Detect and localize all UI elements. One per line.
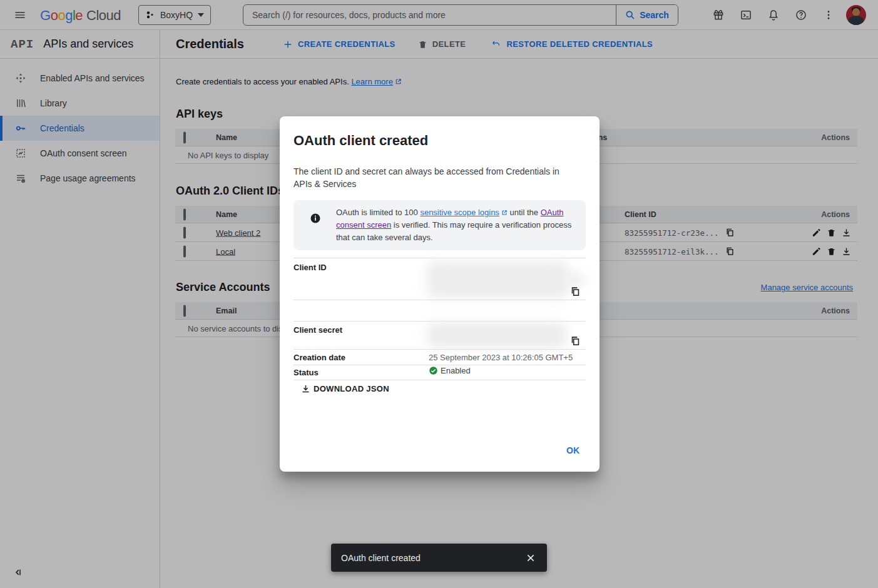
external-link-icon — [501, 210, 508, 216]
copy-client-id-icon[interactable] — [570, 286, 581, 297]
download-json-button[interactable]: DOWNLOAD JSON — [301, 384, 389, 393]
oauth-client-created-dialog: OAuth client created The client ID and s… — [280, 116, 600, 472]
ok-button[interactable]: OK — [561, 442, 584, 459]
creation-date-label: Creation date — [294, 353, 345, 362]
check-circle-icon — [429, 366, 438, 375]
creation-date-value: 25 September 2023 at 10:26:05 GMT+5 — [429, 353, 573, 362]
divider — [294, 365, 586, 365]
divider — [294, 258, 586, 258]
redacted-client-secret — [427, 323, 566, 348]
download-icon — [301, 384, 310, 393]
client-id-label: Client ID — [294, 263, 327, 272]
notice-text: OAuth is limited to 100 sensitive scope … — [336, 206, 573, 244]
client-secret-label: Client secret — [294, 325, 342, 335]
download-json-label: DOWNLOAD JSON — [314, 384, 389, 393]
redacted-client-id — [565, 274, 585, 286]
dialog-subtitle: The client ID and secret can always be a… — [294, 165, 576, 190]
status-value: Enabled — [441, 366, 471, 375]
redacted-client-id — [427, 261, 568, 298]
info-icon — [310, 213, 321, 224]
snackbar: OAuth client created — [331, 544, 547, 572]
status-value-row: Enabled — [429, 366, 471, 375]
close-icon[interactable] — [519, 547, 542, 569]
dialog-title: OAuth client created — [294, 133, 428, 149]
verification-notice: OAuth is limited to 100 sensitive scope … — [294, 200, 586, 250]
sensitive-scope-logins-link[interactable]: sensitive scope logins — [420, 208, 499, 217]
notice-mid: until the — [508, 208, 541, 217]
snackbar-message: OAuth client created — [341, 553, 519, 563]
status-label: Status — [294, 368, 319, 377]
divider — [294, 349, 586, 350]
divider — [294, 300, 586, 300]
divider — [294, 321, 586, 322]
notice-pre: OAuth is limited to 100 — [336, 208, 420, 217]
divider — [294, 380, 586, 380]
copy-client-secret-icon[interactable] — [570, 336, 581, 347]
